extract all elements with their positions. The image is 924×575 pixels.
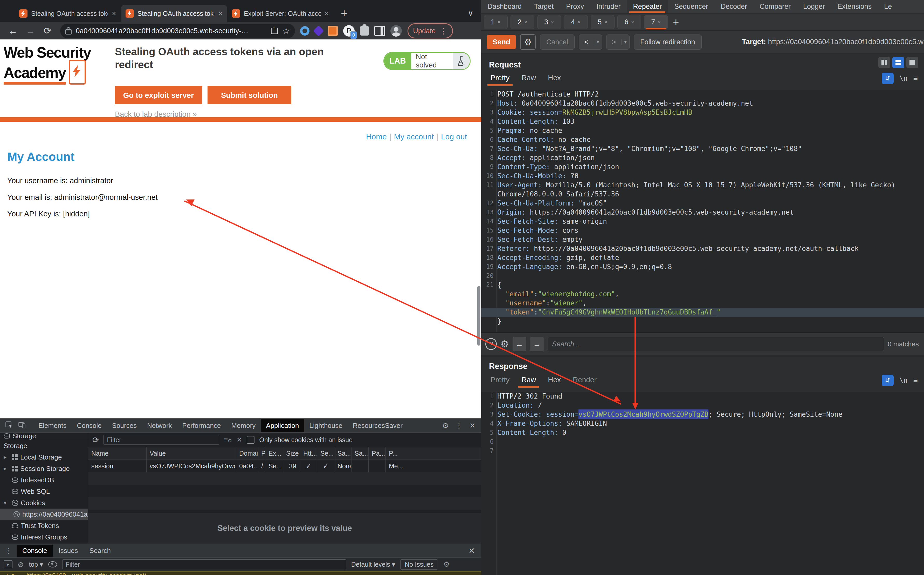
cookie-table-row[interactable]: sessionvsO7JWPtCos2Mcah9hyOrwdSZ...0a04.… [88,460,481,472]
nav-home-link[interactable]: Home [366,132,387,141]
code-line[interactable]: 19Accept-Language: en-GB,en-US;q=0.9,en;… [481,262,924,272]
share-icon[interactable] [271,28,278,34]
no-issues-button[interactable]: No Issues [400,559,438,570]
extension-icon-p[interactable]: P0 [343,25,355,37]
context-dropdown[interactable]: top ▾ [29,561,43,568]
burp-tab[interactable]: Intruder [590,0,627,13]
code-line[interactable]: "token":"CnvFuSgC49GVghnWkWEOIHoUbTLnz7q… [481,308,924,317]
devtools-tab[interactable]: ResourcesSaver [348,419,408,432]
nav-my-account-link[interactable]: My account [394,132,434,141]
request-tab-pretty[interactable]: Pretty [487,72,514,84]
code-line[interactable]: 5Pragma: no-cache [481,126,924,135]
search-prev-button[interactable]: ← [513,337,526,351]
layout-rows-button-selected[interactable] [892,57,904,68]
burp-tab[interactable]: Decoder [715,0,753,13]
devtools-tab[interactable]: Elements [33,419,71,432]
repeater-tab-2[interactable]: 2× [510,15,534,29]
repeater-tab-close-icon[interactable]: × [551,19,554,25]
add-repeater-tab-button[interactable]: + [673,16,679,28]
device-toolbar-icon[interactable] [18,421,26,430]
dropdown-icon[interactable]: ▾ [621,39,629,45]
code-line[interactable]: 3Cookie: session=RkMGZB5jrwLH5PV8bpwAsp5… [481,108,924,117]
burp-tab[interactable]: Repeater [627,0,668,13]
drawer-tab-search[interactable]: Search [84,545,116,557]
request-tab-raw[interactable]: Raw [517,72,540,84]
address-bar[interactable]: 0a040096041a20bac0f1db9d003e00c5.web-sec… [60,24,295,38]
repeater-tab-1[interactable]: 1× [484,15,508,29]
repeater-tab-6[interactable]: 6× [617,15,641,29]
search-next-button[interactable]: → [530,337,544,351]
code-line[interactable]: Chrome/108.0.0.0 Safari/537.36 [481,190,924,199]
devtools-tab[interactable]: Performance [177,419,226,432]
repeater-tab-3[interactable]: 3× [537,15,561,29]
next-request-button[interactable]: > ▾ [606,35,629,49]
sidebar-item-cookie-origin-selected[interactable]: https://0a040096041a20ba [0,508,88,520]
column-header[interactable]: Name [88,447,147,459]
burp-tab[interactable]: Le [878,0,898,13]
nav-log-out-link[interactable]: Log out [441,132,467,141]
burp-tab[interactable]: Sequencer [668,0,715,13]
code-line[interactable]: 4X-Frame-Options: SAMEORIGIN [481,419,924,428]
devtools-tab[interactable]: Network [142,419,177,432]
cookie-cell[interactable]: ✓ [300,460,317,472]
issue-only-checkbox[interactable] [247,436,255,444]
devtools-tab[interactable]: Application [261,419,304,432]
cookie-cell[interactable]: Se... [265,460,283,472]
browser-tab-1[interactable]: Stealing OAuth access tokens × [14,5,121,22]
tab-close-icon[interactable]: × [324,9,329,18]
inspect-element-icon[interactable] [5,421,13,430]
cookie-cell[interactable]: None [334,460,352,472]
code-line[interactable]: 1HTTP/2 302 Found [481,392,924,401]
bookmark-star-icon[interactable]: ☆ [282,26,290,36]
browser-tab-2-active[interactable]: Stealing OAuth access tokens × [121,5,227,22]
cookie-cell[interactable]: 0a04... [236,460,258,472]
cookie-cell[interactable]: Me... [386,460,481,472]
devtools-settings-gear-icon[interactable]: ⚙ [442,421,449,430]
code-line[interactable]: 2Host: 0a040096041a20bac0f1db9d003e00c5.… [481,99,924,108]
clear-console-icon[interactable]: ⊘ [17,560,24,569]
burp-tab[interactable]: Extensions [831,0,878,13]
drawer-close-icon[interactable]: ✕ [469,546,475,555]
drawer-kebab-icon[interactable]: ⋮ [5,546,12,555]
layout-single-button[interactable] [907,57,918,68]
column-header[interactable]: Se... [317,447,334,459]
sidebar-item[interactable]: IndexedDB [0,474,88,486]
search-input[interactable] [548,337,884,351]
soft-wrap-icon[interactable]: ⇵ [882,375,894,386]
code-line[interactable]: 7 [481,446,924,455]
column-header[interactable]: Ex... [265,447,283,459]
soft-wrap-icon[interactable]: ⇵ [882,73,894,84]
code-line[interactable]: 15Sec-Fetch-Mode: cors [481,226,924,235]
cookie-cell[interactable]: / [258,460,265,472]
extension-icon-diamond[interactable] [313,25,324,37]
response-tab-pretty[interactable]: Pretty [487,374,514,386]
sidebar-item[interactable]: ▸ Session Storage [0,463,88,474]
column-header[interactable]: Pa... [369,447,386,459]
code-line[interactable]: 3Set-Cookie: session=vsO7JWPtCos2Mcah9hy… [481,410,924,419]
code-line[interactable]: 10Sec-Ch-Ua-Mobile: ?0 [481,172,924,181]
burp-tab[interactable]: Proxy [560,0,590,13]
code-line[interactable]: "username":"wiener", [481,299,924,308]
cookie-cell[interactable]: ✓ [317,460,334,472]
follow-redirection-button[interactable]: Follow redirection [634,35,702,49]
sidebar-item[interactable]: ▸ Local Storage [0,451,88,463]
console-filter-input[interactable]: Filter [62,559,346,569]
extensions-puzzle-icon[interactable] [360,26,369,35]
code-line[interactable]: 9Content-Type: application/json [481,162,924,172]
cookie-cell[interactable]: 39 [283,460,300,472]
column-header[interactable]: Sa... [352,447,369,459]
code-line[interactable]: 18Accept-Encoding: gzip, deflate [481,253,924,262]
send-settings-gear-icon[interactable]: ⚙ [520,34,536,50]
repeater-tab-close-icon[interactable]: × [524,19,527,25]
devtools-kebab-icon[interactable]: ⋮ [455,421,463,430]
code-line[interactable]: 6Cache-Control: no-cache [481,135,924,144]
dropdown-icon[interactable]: ▾ [594,39,602,45]
column-header[interactable]: Domain [236,447,258,459]
repeater-tab-close-icon[interactable]: × [604,19,607,25]
sidebar-item[interactable]: Trust Tokens [0,520,88,531]
column-header[interactable]: P [258,447,265,459]
code-line[interactable]: 13Origin: https://0a040096041a20bac0f1db… [481,208,924,217]
back-button[interactable]: ← [8,25,17,37]
sidebar-item[interactable]: ▾ Cookies [0,497,88,508]
burp-tab[interactable]: Comparer [753,0,797,13]
